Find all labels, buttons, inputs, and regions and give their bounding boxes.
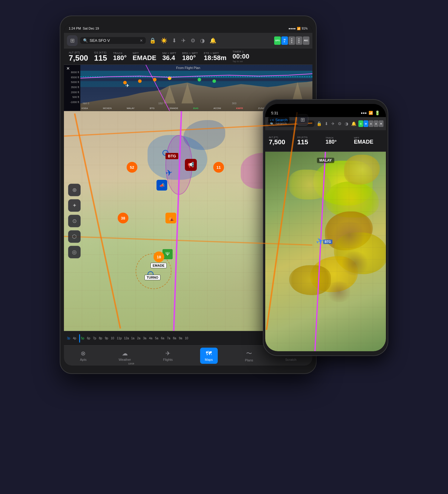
svg-point-9 xyxy=(168,76,171,80)
phone-malay-label: MALAY xyxy=(317,158,334,163)
wpt-btg: BTG xyxy=(150,107,154,110)
timeline-9a: 9a xyxy=(179,337,184,340)
airplane-icon[interactable]: ✈ xyxy=(180,36,187,45)
maps-icon: 🗺 xyxy=(206,350,212,357)
phone-back-button[interactable]: ‹ < Search xyxy=(268,117,289,123)
marker-11[interactable]: 11 xyxy=(213,162,224,173)
phone-ads-badge: A xyxy=(369,120,373,127)
brightness-icon[interactable]: ☀️ xyxy=(159,36,168,45)
nav-weather[interactable]: ☁ Weather xyxy=(114,347,136,364)
groundspeed-item: GS (Kts) 115 xyxy=(94,51,113,62)
sidebar-toggle-button[interactable]: ⊞ xyxy=(67,35,78,46)
wpt-eug: EUG xyxy=(193,107,198,110)
phone-status-right: ●●● 📶 🔋 xyxy=(361,111,380,115)
alt-6500: 6500 ft xyxy=(65,76,79,79)
waypoint-item: Wpt EMADE xyxy=(133,52,162,61)
ete-wpt-value: 18:58m xyxy=(204,55,227,61)
wpt-emade: EMADE xyxy=(170,107,178,110)
compass-button[interactable]: ✦ xyxy=(68,199,81,212)
tablet-time: 1:24 PM xyxy=(69,27,81,30)
phone-map-area[interactable]: MALAY ✈ BTG xyxy=(265,152,386,351)
svg-point-10 xyxy=(197,78,201,82)
marker-18[interactable]: 18 xyxy=(154,251,164,262)
bell-icon[interactable]: 🔔 xyxy=(208,36,217,45)
marker-38[interactable]: 38 xyxy=(118,213,128,223)
timeline-7p: 7p xyxy=(93,337,98,340)
layers-button[interactable]: ⊛ xyxy=(68,184,81,196)
phone-track-value: 180° xyxy=(326,139,354,145)
terrain-close-button[interactable]: ✕ xyxy=(66,66,70,71)
phone-lock-icon[interactable]: 🔒 xyxy=(316,121,323,126)
orange-triangle-marker[interactable]: ⛺ xyxy=(165,213,176,223)
search-clear-icon[interactable]: ✕ xyxy=(140,39,143,43)
tablet-wifi-icon: 📶 xyxy=(297,27,300,30)
megaphone-marker[interactable]: 📢 xyxy=(185,159,197,171)
phone-rec-badge: R xyxy=(379,120,383,127)
phone-btg-label[interactable]: BTG xyxy=(323,240,332,244)
btg-waypoint-label[interactable]: BTG xyxy=(165,153,178,159)
svg-rect-1 xyxy=(80,71,312,78)
wpt-kmfr: KMFR xyxy=(236,107,243,110)
nav-plans[interactable]: 〜 Plans xyxy=(240,347,258,364)
timeline-1a: 1a xyxy=(131,337,136,340)
phone-gs-item: GS (Kts) 115 xyxy=(297,136,326,146)
flights-icon: ✈ xyxy=(165,350,171,357)
wpt-mcken: MCKEN xyxy=(103,107,112,110)
wpt-malay: MALAY xyxy=(127,107,135,110)
phone-status-badges: G W A A R xyxy=(358,120,383,127)
terrain-title: From Flight Plan xyxy=(176,66,200,70)
nav-apts[interactable]: ⊗ Apts xyxy=(75,347,91,364)
phone-notch xyxy=(308,104,343,112)
blue-marker[interactable]: 📣 xyxy=(157,180,167,191)
groundspeed-value: 115 xyxy=(94,54,107,62)
track-up-icon: ◎ xyxy=(72,249,77,255)
settings-icon[interactable]: ⚙ xyxy=(189,36,197,45)
track-up-button[interactable]: ◎ xyxy=(68,246,81,258)
alt-500: 500 ft xyxy=(65,96,79,99)
turno-waypoint-label[interactable]: TURNO xyxy=(145,275,160,280)
3d-icon: ⬡ xyxy=(72,233,77,240)
waypoint-value: EMADE xyxy=(133,55,156,61)
emade-waypoint-label[interactable]: EMADE xyxy=(151,263,167,268)
tablet-toolbar: ⊞ 🔍 SEA SFO V ✕ 🔒 ☀️ ⬇ ✈ ⚙ ◑ 🔔 xyxy=(64,33,312,48)
phone-gs-value: 115 xyxy=(297,139,326,146)
lock-icon[interactable]: 🔒 xyxy=(148,36,157,45)
phone-signal-icon: ●●● xyxy=(361,111,367,115)
download-icon[interactable]: ⬇ xyxy=(171,36,178,45)
phone-contrast-icon[interactable]: ◑ xyxy=(344,121,349,126)
phone-settings-icon[interactable]: ⚙ xyxy=(337,121,343,126)
3d-view-button[interactable]: ⬡ xyxy=(68,230,81,243)
marker-52[interactable]: 52 xyxy=(127,162,137,173)
timer-item[interactable]: Timer 1 00:00 Tap to set xyxy=(232,50,255,63)
phone-wifi-icon: 📶 xyxy=(369,111,373,115)
sidebar-icon: ⊞ xyxy=(70,37,75,44)
altitude-value: 7,500 xyxy=(69,54,88,62)
alt-8000: 8000 ft xyxy=(65,71,79,74)
layers-icon: ⊛ xyxy=(72,187,77,193)
nav-flights[interactable]: ✈ Flights xyxy=(158,347,177,364)
tablet-signal: ●●●● xyxy=(289,27,296,30)
svg-point-8 xyxy=(153,78,157,82)
weather-icon: ☁ xyxy=(122,350,128,357)
brg-wpt-value: 180° xyxy=(182,55,196,61)
phone-battery-icon: 🔋 xyxy=(375,111,380,115)
nav-weather-label: Weather xyxy=(119,358,131,361)
north-up-button[interactable]: ⊙ xyxy=(68,215,81,227)
search-bar[interactable]: 🔍 SEA SFO V ✕ xyxy=(80,37,146,44)
nav-maps[interactable]: 🗺 Maps xyxy=(200,348,218,364)
timeline-3p: 3p xyxy=(67,337,72,340)
tablet-battery: 91% xyxy=(302,27,308,30)
timeline-current-indicator xyxy=(79,334,80,343)
ads-b2-badge: ADS xyxy=(296,36,302,45)
flight-data-bar: Alt (Ft) 7,500 GS (Kts) 115 Track 180° W… xyxy=(64,48,312,65)
phone-weather-overlay xyxy=(265,152,386,351)
search-icon: 🔍 xyxy=(83,38,88,43)
contrast-icon[interactable]: ◑ xyxy=(199,36,206,45)
timeline-4a: 4a xyxy=(149,337,154,340)
phone-back-chevron: ‹ xyxy=(270,118,271,122)
phone-back-label: < Search xyxy=(272,118,287,122)
phone-plane-icon[interactable]: ✈ xyxy=(330,121,336,126)
phone-bell-icon[interactable]: 🔔 xyxy=(350,121,357,126)
nav-apts-label: Apts xyxy=(80,358,87,361)
phone-download-icon[interactable]: ⬇ xyxy=(324,121,329,126)
